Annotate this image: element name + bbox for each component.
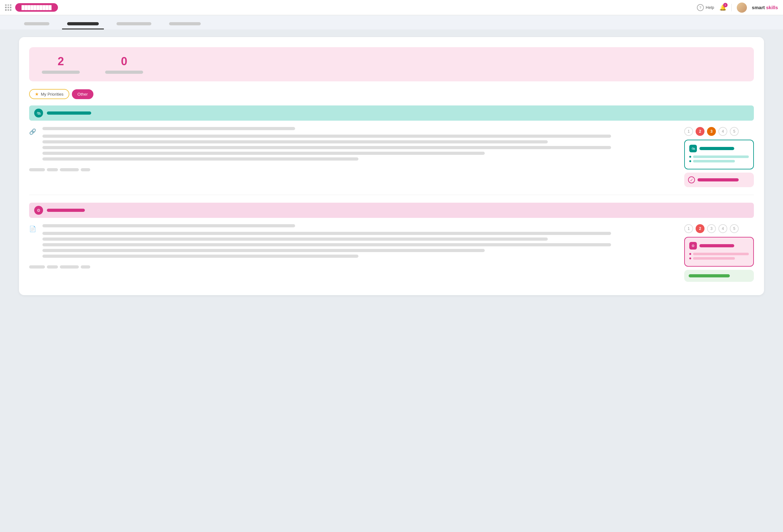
section-2-label — [47, 209, 85, 212]
section-divider — [29, 195, 754, 195]
document-icon: 📄 — [29, 226, 36, 232]
bullet-row-pink-1 — [689, 253, 749, 255]
star-icon: ★ — [35, 92, 39, 97]
section-2-content: 📄 — [29, 224, 754, 285]
bullet-row-pink-2 — [689, 257, 749, 260]
stat-number-1: 2 — [58, 55, 64, 68]
tag-2-4 — [81, 265, 90, 269]
right-card-pink-header: ⚙ — [689, 242, 749, 250]
content-icon-col-2: 📄 — [29, 224, 36, 232]
content-bar-3 — [42, 146, 611, 149]
check-label-bar — [697, 178, 739, 182]
stat-label-2 — [105, 71, 143, 74]
my-priorities-label: My Priorities — [41, 92, 64, 97]
other-label: Other — [77, 92, 88, 97]
tab-1[interactable] — [19, 19, 55, 29]
stats-row: 2 0 — [29, 47, 754, 82]
content-bar-5 — [42, 157, 358, 161]
filter-tabs: ★ My Priorities Other — [29, 89, 754, 99]
tab-3[interactable] — [112, 19, 156, 29]
top-navigation: ██████████ ? Help 🔔 1 smartskills — [0, 0, 783, 15]
main-card: 2 0 ★ My Priorities Other 🛍 — [19, 37, 764, 295]
content-bar-2-3 — [42, 243, 611, 246]
section-1-icon: 🛍 — [34, 108, 43, 118]
check-icon: ✓ — [688, 177, 695, 183]
section-2-icon: ⚙ — [34, 206, 43, 215]
content-bar-2-1 — [42, 232, 611, 235]
pagination-1: 1 2 3 4 5 — [684, 127, 754, 136]
right-card-teal-title — [699, 147, 734, 150]
tab-2[interactable] — [62, 19, 104, 29]
tag-2 — [47, 168, 58, 171]
tag-4 — [81, 168, 90, 171]
content-icon-col-1: 🔗 — [29, 127, 36, 135]
stat-label-1 — [42, 71, 80, 74]
main-content: 2 0 ★ My Priorities Other 🛍 — [0, 29, 783, 309]
other-filter[interactable]: Other — [72, 89, 94, 99]
page-2-2[interactable]: 2 — [696, 224, 704, 233]
section-1-header: 🛍 — [29, 105, 754, 121]
tag-1 — [29, 168, 45, 171]
nav-divider — [731, 4, 732, 11]
bullet-1 — [689, 156, 691, 158]
pagination-2: 1 2 3 4 5 — [684, 224, 754, 233]
content-row-1: 🔗 — [29, 127, 674, 163]
help-label: Help — [706, 5, 714, 10]
content-left-1: 🔗 — [29, 127, 674, 187]
section-2-header: ⚙ — [29, 203, 754, 218]
tab-bar — [0, 15, 783, 29]
content-title-bar — [42, 127, 295, 130]
page-2-3[interactable]: 3 — [707, 224, 716, 233]
bullet-pink-2 — [689, 257, 691, 259]
page-1-2[interactable]: 2 — [696, 127, 704, 136]
content-left-2: 📄 — [29, 224, 674, 285]
right-card-teal-header: 🛍 — [689, 145, 749, 152]
tab-4[interactable] — [164, 19, 206, 29]
page-1-5[interactable]: 5 — [730, 127, 739, 136]
tag-2-1 — [29, 265, 45, 269]
tag-3 — [60, 168, 79, 171]
bullet-bar-2 — [693, 160, 735, 162]
page-2-4[interactable]: 4 — [718, 224, 727, 233]
right-card-pink-1: ⚙ — [684, 237, 754, 267]
bullet-row-1 — [689, 155, 749, 158]
avatar[interactable] — [737, 3, 747, 13]
content-row-2: 📄 — [29, 224, 674, 260]
page-2-5[interactable]: 5 — [730, 224, 739, 233]
page-1-4[interactable]: 4 — [718, 127, 727, 136]
bullet-bar-pink-2 — [693, 257, 735, 260]
right-card-teal-1: 🛍 — [684, 139, 754, 169]
notification-badge: 1 — [723, 3, 728, 7]
check-row: ✓ — [688, 177, 750, 183]
content-bar-2-4 — [42, 249, 485, 252]
content-bar-2-5 — [42, 255, 358, 258]
nav-left: ██████████ — [5, 3, 58, 12]
notification-icon[interactable]: 🔔 1 — [719, 4, 726, 11]
link-icon: 🔗 — [29, 129, 36, 135]
avatar-image — [737, 3, 747, 13]
page-1-3[interactable]: 3 — [707, 127, 716, 136]
green-bar — [689, 274, 730, 277]
tag-2-3 — [60, 265, 79, 269]
bullet-bar-1 — [693, 155, 749, 158]
right-card-pink-title — [699, 244, 734, 247]
content-body-1 — [42, 127, 674, 163]
help-button[interactable]: ? Help — [697, 4, 714, 11]
page-2-1[interactable]: 1 — [684, 224, 693, 233]
help-circle-icon: ? — [697, 4, 704, 11]
bullet-2 — [689, 160, 691, 162]
content-right-2: 1 2 3 4 5 ⚙ — [684, 224, 754, 285]
grid-icon[interactable] — [5, 4, 11, 11]
bullet-row-2 — [689, 160, 749, 162]
section-1-content: 🔗 — [29, 127, 754, 187]
nav-pill-button[interactable]: ██████████ — [15, 3, 58, 12]
my-priorities-filter[interactable]: ★ My Priorities — [29, 89, 69, 99]
nav-right: ? Help 🔔 1 smartskills — [697, 3, 778, 13]
stat-item-2: 0 — [105, 55, 143, 74]
content-bar-2-2 — [42, 238, 548, 241]
content-right-1: 1 2 3 4 5 🛍 — [684, 127, 754, 187]
page-1-1[interactable]: 1 — [684, 127, 693, 136]
content-bar-1 — [42, 134, 611, 138]
content-body-2 — [42, 224, 674, 260]
tag-2-2 — [47, 265, 58, 269]
